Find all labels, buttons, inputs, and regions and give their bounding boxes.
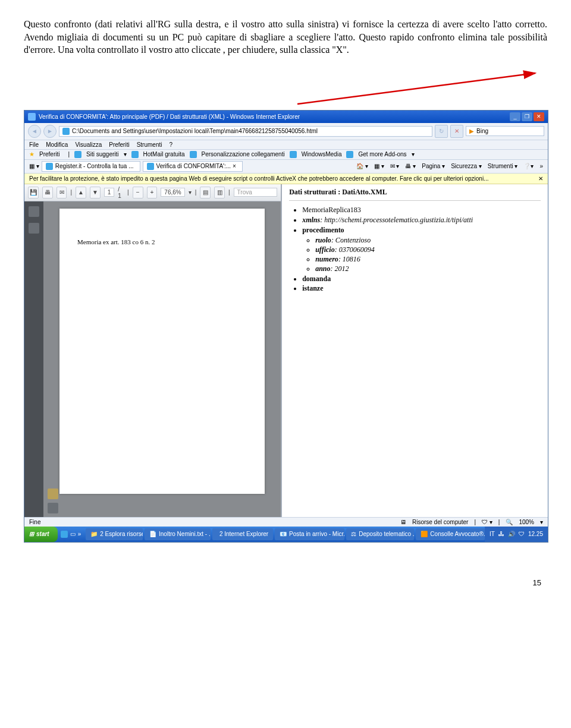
maximize-button[interactable]: ❐ [522,112,532,121]
titlebar: Verifica di CONFORMITA': Atto principale… [24,111,548,123]
xml-istanze: istanze [302,284,541,293]
favlink-hotmail[interactable]: HotMail gratuita [143,151,185,157]
pdf-toolbar: 💾 🖶 ✉ | ▲ ▼ 1 / 1 | − + 76,6%▾ | ▤ ▥ | T… [24,184,281,201]
forward-button[interactable]: ► [43,125,57,138]
task-ie[interactable]: 2 Internet Explorer [212,528,273,540]
infobar-close-icon[interactable]: ✕ [538,175,543,182]
xml-domanda: domanda [302,275,541,283]
favlink-icon [190,151,197,158]
pdf-zoom-in-icon[interactable]: + [147,187,158,198]
pdf-page-down-icon[interactable]: ▼ [90,187,101,198]
menu-tools[interactable]: Strumenti [137,141,162,148]
window-title: Verifica di CONFORMITA': Atto principale… [39,114,300,120]
task-consolle[interactable]: 🟧Consolle Avvocato®... [416,528,485,540]
cmd-tools[interactable]: Strumenti ▾ [488,163,518,169]
feeds-icon[interactable]: ▦ ▾ [374,163,384,169]
task-outlook[interactable]: 📧Posta in arrivo - Micr... [275,528,344,540]
menu-favorites[interactable]: Preferiti [109,141,129,148]
pdf-find-field[interactable]: Trova [234,188,278,197]
task-explorer[interactable]: 📁2 Esplora risorse [86,528,143,540]
tray-net-icon[interactable]: 🖧 [498,531,504,537]
status-zoom[interactable]: 100% [519,519,534,525]
pdf-tool2-icon[interactable]: ▥ [214,187,225,198]
zoom-icon[interactable]: 🔍 [506,519,513,525]
pdf-sidebar [24,201,43,517]
quick-tabs-icon[interactable]: ▦ ▾ [29,163,39,169]
minimize-button[interactable]: _ [510,112,520,121]
intro-paragraph: Questo confronto (dati relativi all'RG s… [24,18,547,56]
address-field[interactable]: C:\Documents and Settings\user\Impostazi… [59,126,432,137]
menu-view[interactable]: Visualizza [75,141,102,148]
cmd-security[interactable]: Sicurezza ▾ [451,163,482,169]
zone-icon: 🖥 [400,519,406,525]
ql-desktop-icon[interactable]: ▭ [70,531,76,537]
pdf-page-up-icon[interactable]: ▲ [76,187,86,198]
favorites-bar: ★ Preferiti | Siti suggeriti▾ HotMail gr… [24,150,548,160]
cmd-more[interactable]: » [539,163,543,169]
pdf-save-icon[interactable]: 💾 [28,187,39,198]
stop-button[interactable]: ✕ [450,125,463,138]
menu-file[interactable]: File [29,141,39,148]
tray-shield-icon[interactable]: 🛡 [519,531,525,537]
cmd-page[interactable]: Pagina ▾ [422,163,445,169]
address-bar-row: ◄ ► C:\Documents and Settings\user\Impos… [24,123,548,140]
favorites-label[interactable]: Preferiti [39,151,59,157]
pdf-page-current[interactable]: 1 [104,188,115,197]
status-bar: Fine 🖥 Risorse del computer | 🛡 ▾ | 🔍 10… [24,517,548,527]
xml-pane: Dati strutturati : DatiAtto.XML MemoriaR… [282,184,548,517]
start-button[interactable]: ⊞ start [24,527,58,542]
address-text: C:\Documents and Settings\user\Impostazi… [72,128,318,134]
pdf-bookmarks-icon[interactable] [29,223,39,234]
system-tray: IT 🖧 🔊 🛡 12.25 [485,527,548,542]
favlink-icon [131,151,139,158]
favlink-suggested[interactable]: Siti suggeriti [86,151,118,157]
search-field[interactable]: ▶ Bing [466,126,544,136]
favlink-addons[interactable]: Get more Add-ons [358,151,406,157]
print-icon[interactable]: 🖶 ▾ [405,163,416,169]
pdf-comment-icon[interactable] [48,489,58,499]
favorites-star-icon[interactable]: ★ [29,151,34,157]
pdf-page-total: / 1 [118,186,124,199]
pointer-arrow [24,68,547,110]
menu-bar: File Modifica Visualizza Preferiti Strum… [24,140,548,150]
activex-info-bar[interactable]: Per facilitare la protezione, è stato im… [24,174,548,184]
pdf-document-text: Memoria ex art. 183 co 6 n. 2 [77,238,247,245]
pdf-zoom-out-icon[interactable]: − [133,187,143,198]
menu-help[interactable]: ? [169,141,172,148]
task-deposito[interactable]: ⚖Deposito telematico ... [346,528,414,540]
status-left: Fine [29,519,40,525]
ql-ie-icon[interactable] [61,531,68,538]
favlink-icon [74,151,81,158]
close-button[interactable]: ✕ [534,112,544,121]
refresh-button[interactable]: ↻ [435,125,448,138]
pdf-mail-icon[interactable]: ✉ [57,187,67,198]
back-button[interactable]: ◄ [28,125,41,138]
pdf-attach-icon[interactable] [48,503,58,513]
pdf-print-icon[interactable]: 🖶 [42,187,53,198]
tray-vol-icon[interactable]: 🔊 [508,531,515,537]
xml-header: Dati strutturati : DatiAtto.XML [289,188,541,197]
pdf-tool-icon[interactable]: ▤ [200,187,211,198]
tab-command-row: ▦ ▾ Register.it - Controlla la tua ... V… [24,160,548,174]
tray-clock[interactable]: 12.25 [528,531,543,537]
tab-verifica[interactable]: Verifica di CONFORMITA':... × [143,161,243,172]
favlink-icon [290,151,297,158]
cmd-help-icon[interactable]: ❔▾ [523,163,534,169]
home-icon[interactable]: 🏠 ▾ [356,163,368,169]
pdf-zoom-field[interactable]: 76,6% [161,188,184,197]
task-notepad[interactable]: 📄Inoltro Nemini.txt - ... [145,528,211,540]
mail-icon[interactable]: ✉ ▾ [390,163,400,169]
xml-procedimento: procedimento ruolo: Contenzioso ufficio:… [302,226,541,273]
windows-logo-icon: ⊞ [29,531,34,537]
tab-favicon [46,163,53,170]
tab-register[interactable]: Register.it - Controlla la tua ... [42,161,140,172]
taskbar: ⊞ start ▭ » 📁2 Esplora risorse 📄Inoltro … [24,527,548,542]
favlink-personalize[interactable]: Personalizzazione collegamenti [202,151,285,157]
xml-xmlns: xmlns: http://schemi.processotelematico.… [302,216,541,225]
menu-edit[interactable]: Modifica [46,141,68,148]
tray-lang[interactable]: IT [490,531,495,537]
pdf-page: Memoria ex art. 183 co 6 n. 2 [59,209,265,494]
favlink-windowsmedia[interactable]: WindowsMedia [302,151,342,157]
pdf-page-area[interactable]: Memoria ex art. 183 co 6 n. 2 [43,201,281,517]
pdf-thumbnails-icon[interactable] [29,206,39,217]
